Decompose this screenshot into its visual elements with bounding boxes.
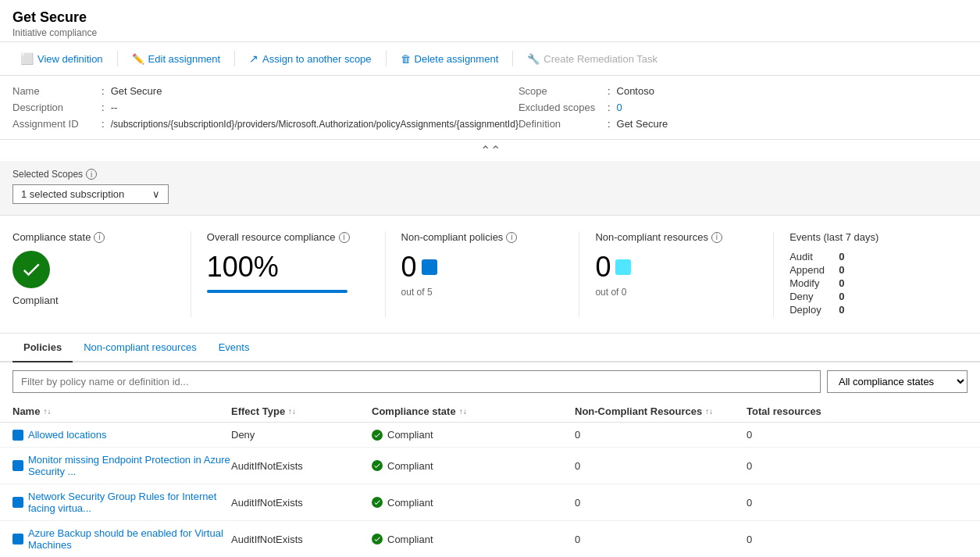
row-effect-1: AuditIfNotExists [231,460,372,472]
meta-name-label: Name [12,85,98,97]
row-non-compliant-3: 0 [575,534,747,545]
table-row: Network Security Group Rules for Interne… [0,484,980,521]
non-compliant-resources-metric: Non-compliant resources i 0 out of 0 [579,231,773,317]
event-deny-count: 0 [839,291,844,302]
non-compliant-resources-value: 0 [595,251,611,284]
edit-assignment-button[interactable]: ✏️ Edit assignment [124,49,229,69]
scope-dropdown[interactable]: 1 selected subscription ∨ [12,184,169,204]
row-icon-3 [12,534,23,545]
row-total-2: 0 [747,497,840,509]
events-list: Audit 0 Append 0 Modify 0 Deny 0 Deploy … [789,251,952,316]
create-remediation-button[interactable]: 🔧 Create Remediation Task [519,49,665,69]
collapse-metadata-button[interactable]: ⌃⌃ [0,140,980,161]
compliant-icon-0 [372,430,383,441]
event-append-row: Append 0 [789,264,952,276]
meta-definition-value: Get Secure [617,118,668,130]
delete-icon: 🗑 [401,53,411,65]
scope-section: Selected Scopes i 1 selected subscriptio… [0,161,980,216]
meta-assignid-value: /subscriptions/{subscriptionId}/provider… [111,119,519,130]
row-non-compliant-2: 0 [575,497,747,509]
page-subtitle: Initiative compliance [12,27,968,38]
overall-compliance-value: 100% [207,251,369,284]
sort-effect-icon[interactable]: ↑↓ [288,407,296,416]
tabs-section: Policies Non-compliant resources Events [0,334,980,362]
meta-name-value: Get Secure [111,85,162,97]
sort-name-icon[interactable]: ↑↓ [43,407,51,416]
meta-desc-label: Description [12,102,98,113]
scope-dropdown-value: 1 selected subscription [21,188,124,200]
row-compliance-1: Compliant [372,460,575,472]
compliance-state-metric: Compliance state i Compliant [12,231,191,317]
event-modify-count: 0 [839,277,844,289]
overall-compliance-title: Overall resource compliance i [207,231,369,243]
event-append-label: Append [789,264,832,276]
compliant-icon-1 [372,460,383,471]
view-definition-button[interactable]: ⬜ View definition [12,48,111,69]
non-compliant-resources-info-icon[interactable]: i [711,232,722,243]
overall-compliance-info-icon[interactable]: i [339,232,350,243]
metadata-left: Name : Get Secure Description : -- Assig… [12,85,519,130]
non-compliant-policies-title: Non-compliant policies i [401,231,564,243]
view-definition-label: View definition [37,53,103,65]
row-effect-0: Deny [231,429,372,441]
meta-assignid-row: Assignment ID : /subscriptions/{subscrip… [12,118,519,130]
row-icon-1 [12,460,23,471]
table-row: Monitor missing Endpoint Protection in A… [0,448,980,484]
meta-definition-row: Definition : Get Secure [519,118,968,130]
assign-scope-icon: ↗ [249,52,258,65]
sort-compliance-icon[interactable]: ↑↓ [459,407,467,416]
row-name-2[interactable]: Network Security Group Rules for Interne… [12,491,231,514]
event-deny-label: Deny [789,291,832,302]
th-compliance: Compliance state ↑↓ [372,405,575,417]
meta-name-row: Name : Get Secure [12,85,519,97]
toolbar-divider-3 [386,51,387,66]
scope-info-icon[interactable]: i [86,169,97,180]
compliance-state-info-icon[interactable]: i [94,232,105,243]
assign-scope-label: Assign to another scope [262,53,371,65]
tab-policies[interactable]: Policies [12,334,73,362]
meta-scope-row: Scope : Contoso [519,85,968,97]
page-title: Get Secure [12,9,968,26]
row-name-1[interactable]: Monitor missing Endpoint Protection in A… [12,454,231,477]
compliance-state-filter[interactable]: All compliance states [827,370,968,393]
table-row: Azure Backup should be enabled for Virtu… [0,521,980,557]
policy-icon [422,259,437,275]
meta-excluded-value[interactable]: 0 [617,102,622,113]
th-total: Total resources [747,405,840,417]
edit-icon: ✏️ [132,53,144,65]
non-compliant-policies-info-icon[interactable]: i [506,232,517,243]
row-compliance-0: Compliant [372,429,575,441]
assign-scope-button[interactable]: ↗ Assign to another scope [241,48,379,69]
collapse-icon: ⌃⌃ [480,143,501,158]
event-modify-row: Modify 0 [789,277,952,289]
sort-non-compliant-icon[interactable]: ↑↓ [705,407,713,416]
non-compliant-resources-value-row: 0 [595,251,757,284]
event-deny-row: Deny 0 [789,291,952,302]
meta-desc-value: -- [111,102,118,113]
row-non-compliant-0: 0 [575,429,747,441]
metadata-section: Name : Get Secure Description : -- Assig… [0,76,980,140]
event-deploy-count: 0 [839,304,844,316]
overall-compliance-metric: Overall resource compliance i 100% [191,231,385,317]
row-icon-0 [12,430,23,441]
row-name-3[interactable]: Azure Backup should be enabled for Virtu… [12,527,231,551]
meta-excluded-label: Excluded scopes [519,102,604,113]
tab-events[interactable]: Events [208,334,261,362]
chevron-down-icon: ∨ [152,188,160,200]
meta-assignid-label: Assignment ID [12,118,98,130]
event-append-count: 0 [839,264,844,276]
meta-scope-value: Contoso [617,85,654,97]
meta-desc-row: Description : -- [12,102,519,113]
th-name: Name ↑↓ [12,405,231,417]
row-name-0[interactable]: Allowed locations [12,429,231,441]
th-effect: Effect Type ↑↓ [231,405,372,417]
remediation-icon: 🔧 [527,53,540,65]
filter-input[interactable] [12,370,821,393]
compliance-state-icon [12,251,50,288]
th-non-compliant: Non-Compliant Resources ↑↓ [575,405,747,417]
tab-non-compliant-resources[interactable]: Non-compliant resources [73,334,208,362]
delete-assignment-button[interactable]: 🗑 Delete assignment [393,49,507,69]
event-audit-count: 0 [839,251,844,262]
event-audit-row: Audit 0 [789,251,952,262]
view-definition-icon: ⬜ [20,52,34,65]
